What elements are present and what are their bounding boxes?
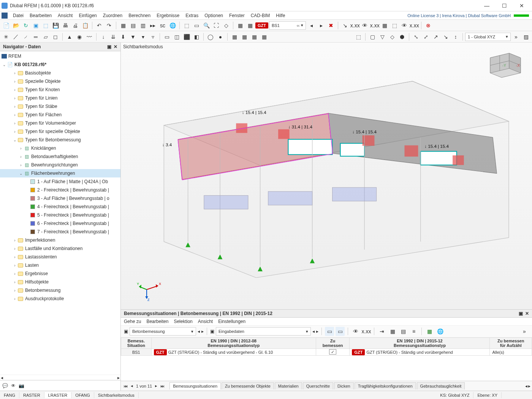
cyl-icon[interactable]: ◯ xyxy=(206,32,215,41)
link1-icon[interactable]: ▭ xyxy=(325,327,334,336)
tree-item[interactable]: ›▨Bewehrungsrichtungen xyxy=(0,161,120,169)
force-icon[interactable]: ↘ xyxy=(340,21,350,30)
undo-icon[interactable]: ↶ xyxy=(95,21,104,30)
grid3-icon[interactable]: ▦ xyxy=(250,32,259,41)
filter1-icon[interactable]: ▦ xyxy=(236,21,245,30)
tree-item[interactable]: ›Typen für spezielle Objekte xyxy=(0,127,120,136)
line-icon[interactable]: ／ xyxy=(11,32,21,41)
redo-icon[interactable]: ↷ xyxy=(104,21,114,30)
load1-icon[interactable]: ↓ xyxy=(99,32,108,41)
menu-optionen[interactable]: Optionen xyxy=(201,12,226,19)
arc-icon[interactable]: ⟋ xyxy=(21,32,30,41)
prev-page-icon[interactable]: ◂ xyxy=(130,383,134,388)
node-icon[interactable]: ✳ xyxy=(2,32,11,41)
tree-item[interactable]: ›Lastfälle und Kombinationen xyxy=(0,244,120,253)
dock-icon[interactable]: ▣ xyxy=(107,44,111,49)
chevron-right-icon[interactable]: › xyxy=(12,238,17,242)
tree-item[interactable]: ⌄Typen für Betonbemessung xyxy=(0,136,120,144)
box-icon[interactable]: ⬚ xyxy=(41,21,50,30)
refresh-icon[interactable]: ↻ xyxy=(21,21,30,30)
chat-icon[interactable]: 💬 xyxy=(2,383,8,388)
chevron-right-icon[interactable]: › xyxy=(12,71,17,75)
dim4-icon[interactable]: x.xx xyxy=(362,327,371,336)
bp-menu-item[interactable]: Bearbeiten xyxy=(146,319,168,324)
chevron-right-icon[interactable]: › xyxy=(12,96,17,100)
tabs-next-icon[interactable]: ▸ xyxy=(528,383,530,389)
dock2-icon[interactable]: ▣ xyxy=(519,311,523,316)
more-icon[interactable]: » xyxy=(511,32,521,41)
menu-ansicht[interactable]: Ansicht xyxy=(55,12,76,19)
grid-icon[interactable]: ▦ xyxy=(119,21,128,30)
tree-item[interactable]: ›Hilfsobjekte xyxy=(0,278,120,286)
data-combo[interactable]: Eingabedaten▾ xyxy=(216,327,311,336)
section-icon[interactable]: ⬚ xyxy=(390,21,399,30)
chevron-down-icon[interactable]: ⌄ xyxy=(18,171,24,176)
axis2-icon[interactable]: ⤢ xyxy=(421,32,431,41)
design-table[interactable]: Bemess.Situation EN 1990 | DIN | 2012-08… xyxy=(121,337,532,356)
chevron-right-icon[interactable]: › xyxy=(12,288,17,293)
tree-root[interactable]: RFEM xyxy=(0,52,120,60)
coord-combo[interactable]: 1 - Global XYZ ▾ xyxy=(465,33,511,41)
surface-icon[interactable]: ▱ xyxy=(41,32,50,41)
close-panel-icon[interactable]: ✕ xyxy=(114,44,117,49)
excel-icon[interactable]: ▦ xyxy=(425,327,434,336)
menu-zuordnen[interactable]: Zuordnen xyxy=(100,12,125,19)
tree-item[interactable]: 2 - Freirechteck | Bewehrungsstab | xyxy=(0,186,120,194)
menu-berechnen[interactable]: Berechnen xyxy=(125,12,154,19)
dim3-icon[interactable]: x.xx xyxy=(410,21,419,30)
spring-icon[interactable]: 〰 xyxy=(85,32,94,41)
tree-item[interactable]: ›Basisobjekte xyxy=(0,69,120,77)
more2-icon[interactable]: » xyxy=(520,327,529,336)
bottom-tab[interactable]: Materialien xyxy=(275,382,302,390)
axis4-icon[interactable]: ↘ xyxy=(441,32,450,41)
chevron-right-icon[interactable]: › xyxy=(12,280,17,284)
view3-icon[interactable]: ◇ xyxy=(388,32,397,41)
chevron-right-icon[interactable]: › xyxy=(12,247,17,251)
menu-datei[interactable]: Datei xyxy=(10,12,27,19)
tree-item[interactable]: ›Typen für Stäbe xyxy=(0,102,120,111)
new-icon[interactable]: 📄 xyxy=(2,21,11,30)
chevron-right-icon[interactable]: › xyxy=(12,88,17,92)
bottom-tab[interactable]: Gebrauchstauglichkeit xyxy=(417,382,465,390)
save-icon[interactable]: 💾 xyxy=(51,21,60,30)
prev-icon[interactable]: ◂ xyxy=(307,21,316,30)
chevron-right-icon[interactable]: › xyxy=(18,146,24,150)
select-icon[interactable]: ▭ xyxy=(192,21,201,30)
eye2-icon[interactable]: 👁 xyxy=(400,21,409,30)
menu-extras[interactable]: Extras xyxy=(182,12,201,19)
minimize-button[interactable]: — xyxy=(478,0,496,11)
rect-icon[interactable]: ▭ xyxy=(162,32,171,41)
copy-icon[interactable]: 📋 xyxy=(81,21,90,30)
menu-cad-bim[interactable]: CAD-BIM xyxy=(248,12,273,19)
first-page-icon[interactable]: ⏮ xyxy=(122,384,129,388)
chevron-right-icon[interactable]: › xyxy=(12,263,17,268)
bottom-tab[interactable]: Tragfähigkeitskonfigurationen xyxy=(355,382,416,390)
next-module-icon[interactable]: ▸ xyxy=(201,329,204,334)
grid2-icon[interactable]: ▦ xyxy=(240,32,249,41)
save-all-icon[interactable]: 🖶 xyxy=(61,21,70,30)
menu-fenster[interactable]: Fenster xyxy=(226,12,248,19)
support-icon[interactable]: ▲ xyxy=(65,32,74,41)
table-row[interactable]: BS1 GZTGZT (STR/GEO) - Ständig und vorüb… xyxy=(121,349,532,356)
prev-data-icon[interactable]: ◂ xyxy=(312,329,315,334)
export4-icon[interactable]: ≡ xyxy=(409,327,418,336)
tree-item[interactable]: ›▨Knicklängen xyxy=(0,144,120,152)
link2-icon[interactable]: ▭ xyxy=(336,327,345,336)
calc-icon[interactable]: ▸▸ xyxy=(148,21,157,30)
world-icon[interactable]: 🌐 xyxy=(168,21,177,30)
view2-icon[interactable]: ▽ xyxy=(378,32,387,41)
zoom-icon[interactable]: 🔍 xyxy=(202,21,211,30)
globe-icon[interactable]: 🌐 xyxy=(435,327,445,336)
menu-bearbeiten[interactable]: Bearbeiten xyxy=(27,12,55,19)
tree-item[interactable]: 4 - Freirechteck | Bewehrungsstab | xyxy=(0,203,120,211)
menu-hilfe[interactable]: Hilfe xyxy=(273,12,288,19)
fit-icon[interactable]: ⛶ xyxy=(212,21,221,30)
close-x-icon[interactable]: ⊗ xyxy=(424,21,433,30)
bp-menu-item[interactable]: Gehe zu xyxy=(124,319,141,324)
tree-file[interactable]: ⌄ 📄 KB 001728.rf6* xyxy=(0,60,120,69)
h-scrollbar[interactable]: ◂▸ xyxy=(0,375,120,380)
grid4-icon[interactable]: ▦ xyxy=(260,32,269,41)
eye-icon[interactable]: 👁 xyxy=(360,21,369,30)
tree-item[interactable]: ›Typen für Linien xyxy=(0,94,120,102)
eye-footer-icon[interactable]: 👁 xyxy=(11,383,16,388)
